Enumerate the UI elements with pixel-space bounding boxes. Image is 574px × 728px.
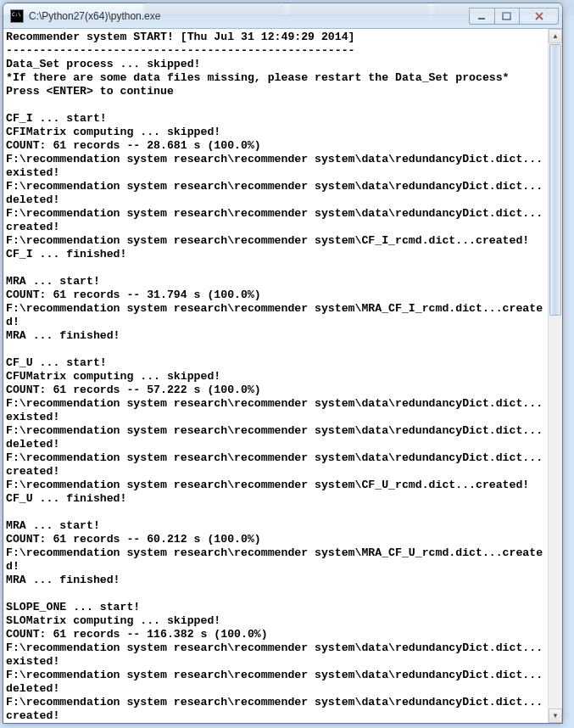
app-icon (10, 9, 24, 23)
console-output[interactable]: Recommender system START! [Thu Jul 31 12… (3, 29, 548, 723)
svg-rect-0 (478, 18, 485, 20)
scroll-up-button[interactable]: ▲ (549, 29, 562, 43)
maximize-button[interactable] (494, 8, 520, 25)
window-title: C:\Python27(x64)\python.exe (29, 10, 469, 22)
vertical-scrollbar[interactable]: ▲ ▼ (548, 29, 562, 723)
close-button[interactable] (520, 8, 559, 25)
scroll-thumb[interactable] (549, 44, 561, 316)
minimize-button[interactable] (469, 8, 494, 25)
console-area: Recommender system START! [Thu Jul 31 12… (3, 29, 562, 723)
scroll-down-button[interactable]: ▼ (549, 708, 562, 723)
svg-rect-1 (503, 13, 510, 20)
titlebar[interactable]: C:\Python27(x64)\python.exe (3, 3, 562, 29)
console-window: C:\Python27(x64)\python.exe Recommender … (3, 3, 563, 724)
window-controls (469, 8, 559, 25)
